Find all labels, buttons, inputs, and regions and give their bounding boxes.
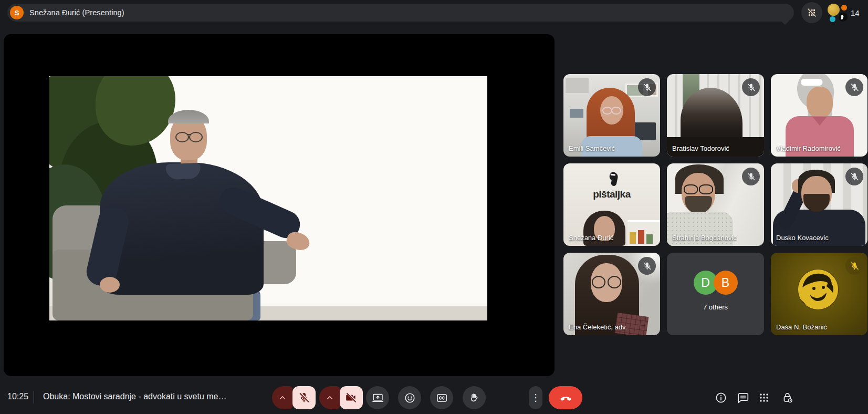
mic-muted-badge [845, 257, 863, 275]
mic-off-icon [850, 172, 860, 182]
host-controls-button[interactable] [778, 388, 797, 407]
glasses [174, 132, 204, 141]
mic-muted-badge [638, 78, 656, 96]
end-call-button[interactable] [549, 386, 582, 409]
camera-options-chevron[interactable] [319, 386, 340, 409]
mic-mute-button[interactable] [292, 386, 316, 409]
more-options-button[interactable]: ⋮ [529, 386, 542, 409]
meeting-controls-bar: 10:25 Obuka: Mostovi saradnje - advokati… [0, 376, 868, 414]
divider [34, 391, 34, 403]
participant-count: 14 [851, 8, 860, 17]
closed-captions-icon [436, 392, 448, 404]
mic-off-icon [746, 82, 756, 92]
participant-name-label: Vladimir Radomirović [776, 144, 841, 152]
mic-off-icon [298, 391, 310, 404]
mic-muted-badge [845, 168, 863, 185]
participants-indicator[interactable]: 14 [827, 2, 860, 23]
whistle-logo-icon [601, 168, 622, 189]
participant-avatar [841, 5, 847, 11]
mic-off-icon [850, 261, 860, 271]
grid-off-icon [806, 7, 818, 18]
participant-tile[interactable]: pištaljka Snežana Đurić [563, 163, 660, 246]
lock-icon [781, 391, 794, 404]
participant-tile[interactable]: Emili Samčević [563, 74, 660, 157]
presented-video: ГЛАСНА ПИШТАЉКА [49, 76, 487, 320]
smiley-icon [404, 392, 416, 404]
apps-grid-icon [758, 391, 770, 404]
mic-off-icon [850, 82, 860, 92]
raise-hand-button[interactable] [463, 386, 486, 409]
pistaljka-logo: pištaljka [563, 170, 660, 200]
raised-hand-icon [468, 392, 480, 404]
mic-off-icon [746, 172, 756, 182]
mic-muted-badge [742, 168, 760, 185]
meeting-title: Obuka: Mostovi saradnje - advokati u sve… [43, 392, 253, 401]
mic-muted-badge [845, 78, 863, 96]
present-button[interactable] [366, 386, 389, 409]
presenting-banner: S Snežana Đurić (Presenting) [7, 4, 794, 22]
mic-off-icon [642, 82, 652, 92]
participant-avatars-stack [827, 2, 848, 23]
others-count-label: 7 others [667, 303, 764, 311]
activities-button[interactable] [755, 388, 773, 407]
google-meet-window: S Snežana Đurić (Presenting) 14 [0, 0, 868, 414]
chat-button[interactable] [734, 388, 752, 407]
participant-tile[interactable]: Dusko Kovacevic [771, 163, 867, 246]
camera-off-button[interactable] [340, 386, 363, 409]
participants-grid: Emili Samčević Bratislav Todorović Vladi… [563, 74, 867, 335]
reactions-button[interactable] [398, 386, 421, 409]
mic-muted-badge [638, 257, 656, 275]
chevron-up-icon [325, 393, 334, 402]
clock: 10:25 [7, 392, 28, 401]
pistaljka-wordmark: pištaljka [563, 189, 660, 200]
participant-avatar [839, 13, 848, 22]
participant-name-label: Emili Samčević [569, 144, 615, 152]
overflow-participants-tile[interactable]: D B 7 others [667, 253, 764, 335]
mic-off-icon [642, 261, 652, 271]
participant-tile[interactable]: Strahinja Bogdanovic [667, 163, 764, 246]
meeting-details-button[interactable] [712, 388, 730, 407]
presenter-avatar: S [10, 6, 24, 19]
profile-photo-avatar [798, 270, 838, 309]
info-icon [715, 391, 727, 404]
presentation-stage: ГЛАСНА ПИШТАЉКА [4, 34, 555, 376]
participant-tile[interactable]: Ena Čeleketić, adv. [563, 253, 660, 335]
participant-name-label: Snežana Đurić [569, 234, 613, 242]
camera-off-icon [345, 391, 358, 404]
participant-tile[interactable]: Vladimir Radomirović [771, 74, 867, 157]
mic-options-chevron[interactable] [272, 386, 293, 409]
end-call-icon [559, 391, 573, 405]
grid-view-off-button[interactable] [801, 2, 822, 23]
participant-avatar [830, 16, 835, 22]
participant-name-label: Strahinja Bogdanovic [672, 234, 737, 242]
chevron-up-icon [278, 393, 287, 402]
presenting-label: Snežana Đurić (Presenting) [29, 8, 124, 17]
mic-muted-badge [742, 78, 760, 96]
captions-button[interactable] [430, 386, 453, 409]
chat-icon [737, 391, 749, 404]
participant-tile[interactable]: Bratislav Todorović [667, 74, 764, 157]
avatar-face [798, 270, 838, 309]
participant-avatar [828, 4, 840, 16]
participant-tile[interactable]: Daša N. Božanić [771, 253, 867, 335]
participant-name-label: Dusko Kovacevic [776, 234, 829, 242]
participant-name-label: Daša N. Božanić [776, 323, 827, 331]
avatar-initial: B [714, 271, 738, 295]
present-screen-icon [372, 392, 384, 404]
participant-name-label: Bratislav Todorović [672, 144, 729, 152]
participant-name-label: Ena Čeleketić, adv. [569, 323, 627, 331]
whistle-logo-icon [839, 14, 844, 20]
